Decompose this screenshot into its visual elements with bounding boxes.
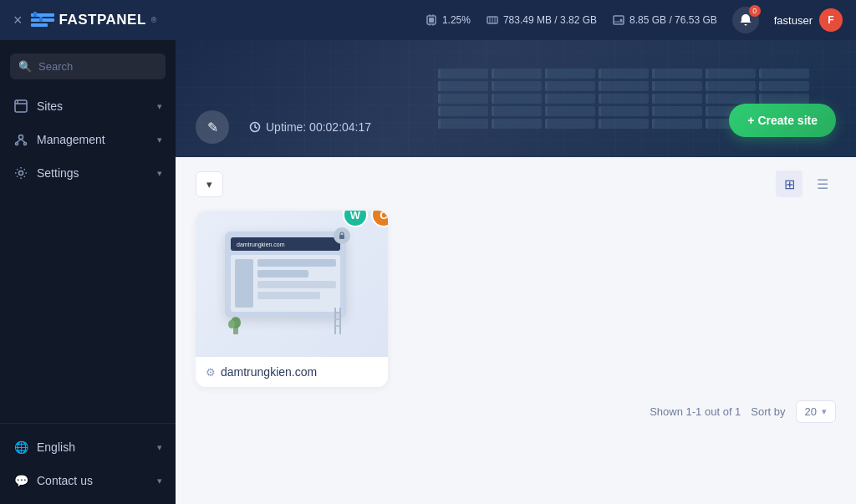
management-icon	[13, 132, 28, 147]
site-url-bar: damtrungkien.com	[237, 242, 285, 247]
sidebar-item-label-contact: Contact us	[37, 474, 93, 487]
ladder-decoration	[334, 308, 342, 338]
memory-icon	[486, 13, 499, 27]
svg-rect-4	[39, 17, 43, 22]
svg-point-21	[19, 135, 23, 140]
sidebar-item-sites[interactable]: Sites ▾	[0, 89, 176, 123]
search-icon: 🔍	[18, 60, 32, 73]
sort-select[interactable]: 20 ▾	[796, 400, 836, 423]
disk-stat: 8.85 GB / 76.53 GB	[612, 13, 717, 27]
view-toggles: ⊞ ☰	[776, 171, 836, 197]
badge-wordpress: W	[343, 211, 368, 227]
sidebar-item-label-management: Management	[37, 133, 105, 146]
site-badges: W C	[343, 211, 388, 227]
hero-banner: ✎ Uptime: 00:02:04:17 + Create site	[176, 40, 856, 157]
svg-rect-6	[429, 18, 434, 23]
settings-icon	[13, 165, 28, 181]
site-settings-icon: ⚙	[206, 366, 216, 379]
chevron-down-icon: ▾	[157, 442, 162, 453]
create-site-button[interactable]: + Create site	[729, 104, 836, 137]
sidebar-item-label-settings: Settings	[37, 166, 79, 180]
sort-by-label: Sort by	[751, 405, 785, 418]
edit-button[interactable]: ✎	[196, 110, 229, 144]
svg-line-25	[21, 140, 25, 143]
language-icon: 🌐	[13, 440, 28, 455]
sites-area: ▾ ⊞ ☰ damtrungkien.com	[176, 157, 856, 504]
chevron-down-icon: ▾	[157, 168, 162, 179]
plant-decoration	[227, 311, 244, 338]
logo: FASTPANEL®	[31, 12, 157, 28]
chevron-down-icon: ▾	[157, 101, 162, 112]
cpu-stat: 1.25%	[425, 13, 471, 27]
svg-point-22	[16, 143, 18, 145]
filter-dropdown[interactable]: ▾	[196, 171, 223, 197]
server-background	[438, 40, 856, 157]
svg-point-31	[228, 320, 235, 328]
sidebar-item-language[interactable]: 🌐 English ▾	[0, 430, 176, 464]
logo-text: FASTPANEL	[59, 12, 146, 28]
user-menu[interactable]: fastuser F	[774, 8, 843, 32]
sidebar-item-contact[interactable]: 💬 Contact us ▾	[0, 464, 176, 497]
site-card[interactable]: damtrungkien.com	[196, 211, 388, 387]
sidebar-item-label-sites: Sites	[37, 99, 63, 113]
list-view-button[interactable]: ☰	[809, 171, 836, 197]
notification-badge: 0	[749, 5, 761, 17]
svg-point-23	[24, 143, 27, 145]
hero-info: ✎ Uptime: 00:02:04:17	[196, 110, 371, 144]
contact-icon: 💬	[13, 473, 28, 488]
uptime-display: Uptime: 00:02:04:17	[249, 120, 371, 134]
svg-rect-28	[339, 235, 344, 239]
svg-point-16	[620, 19, 623, 22]
sort-value: 20	[805, 405, 817, 418]
svg-rect-18	[15, 100, 27, 112]
shown-count-label: Shown 1-1 out of 1	[650, 405, 741, 418]
site-card-image: damtrungkien.com	[196, 211, 388, 357]
sidebar-item-settings[interactable]: Settings ▾	[0, 156, 176, 190]
grid-view-button[interactable]: ⊞	[776, 171, 802, 197]
site-domain-name: damtrungkien.com	[221, 365, 317, 379]
badge-cache: C	[371, 211, 388, 227]
svg-rect-3	[33, 12, 37, 17]
main-content: ✎ Uptime: 00:02:04:17 + Create site ▾ ⊞ …	[176, 40, 856, 504]
sites-grid: damtrungkien.com	[196, 211, 836, 387]
svg-rect-2	[31, 23, 48, 27]
cpu-icon	[425, 13, 438, 27]
notification-button[interactable]: 0	[732, 7, 759, 33]
search-input-placeholder: Search	[38, 60, 73, 73]
lock-icon	[334, 227, 350, 244]
sites-icon	[13, 99, 28, 114]
pagination-row: Shown 1-1 out of 1 Sort by 20 ▾	[196, 387, 836, 436]
chevron-down-icon: ▾	[822, 406, 827, 417]
search-box[interactable]: 🔍 Search	[10, 53, 166, 79]
sidebar-item-management[interactable]: Management ▾	[0, 123, 176, 156]
svg-point-26	[19, 171, 23, 176]
sidebar: 🔍 Search Sites ▾ Management ▾	[0, 40, 176, 504]
filter-row: ▾ ⊞ ☰	[196, 171, 836, 197]
top-navigation: × FASTPANEL® 1.25% 783.49 MB / 3.82 GB	[0, 0, 856, 40]
disk-icon	[612, 13, 625, 27]
close-icon[interactable]: ×	[13, 12, 23, 29]
user-avatar: F	[819, 8, 843, 32]
chevron-down-icon: ▾	[157, 135, 162, 145]
svg-line-24	[17, 140, 21, 143]
memory-stat: 783.49 MB / 3.82 GB	[486, 13, 597, 27]
username-label: fastuser	[774, 14, 813, 27]
site-card-footer: ⚙ damtrungkien.com	[196, 357, 388, 387]
sidebar-item-label-language: English	[37, 440, 75, 454]
chevron-down-icon: ▾	[157, 476, 162, 486]
